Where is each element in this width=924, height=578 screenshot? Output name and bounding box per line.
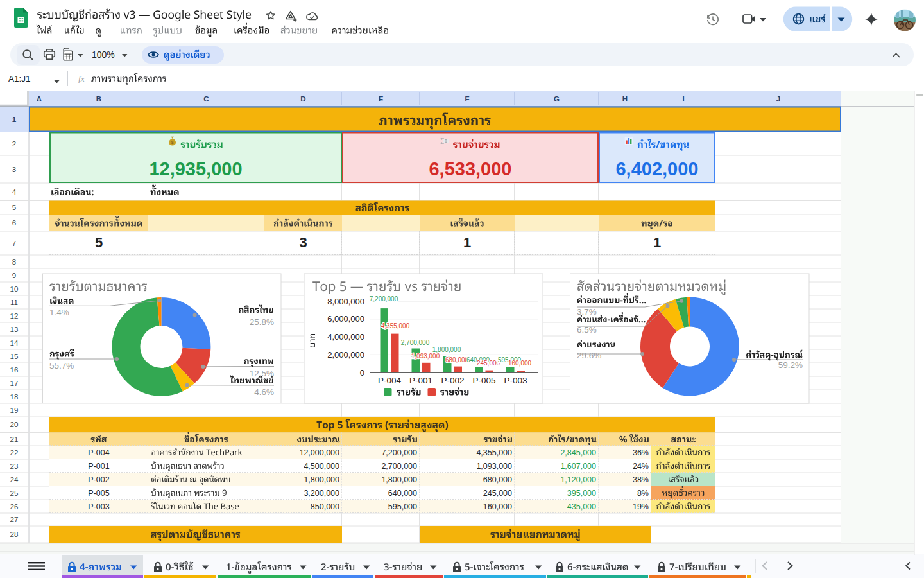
svg-text:21: 21 xyxy=(10,435,19,443)
svg-text:12: 12 xyxy=(10,312,19,320)
svg-text:F: F xyxy=(465,95,469,103)
svg-text:7,200,000: 7,200,000 xyxy=(381,448,417,457)
svg-text:P-001: P-001 xyxy=(88,462,109,471)
svg-text:395,000: 395,000 xyxy=(567,489,596,498)
svg-text:P-003: P-003 xyxy=(504,376,527,385)
svg-text:36%: 36% xyxy=(633,448,649,457)
svg-text:19: 19 xyxy=(10,407,19,414)
svg-text:1,800,000: 1,800,000 xyxy=(432,346,461,353)
svg-text:I: I xyxy=(682,95,684,103)
svg-text:1: 1 xyxy=(653,234,661,250)
svg-text:16: 16 xyxy=(10,366,19,374)
svg-text:B: B xyxy=(96,95,101,103)
svg-text:0: 0 xyxy=(360,368,364,378)
svg-text:23: 23 xyxy=(10,462,19,470)
svg-text:850,000: 850,000 xyxy=(311,502,339,511)
svg-text:28: 28 xyxy=(10,530,19,538)
svg-text:1,093,000: 1,093,000 xyxy=(476,462,512,471)
svg-text:18: 18 xyxy=(10,393,19,401)
svg-text:D: D xyxy=(300,95,305,103)
svg-text:59.2%: 59.2% xyxy=(778,360,803,370)
svg-text:11: 11 xyxy=(10,299,18,306)
svg-text:245,000: 245,000 xyxy=(477,360,501,367)
svg-text:P-005: P-005 xyxy=(88,489,109,498)
svg-text:640,000: 640,000 xyxy=(388,489,417,498)
svg-text:E: E xyxy=(379,95,384,103)
svg-text:P-003: P-003 xyxy=(88,502,109,511)
svg-text:25: 25 xyxy=(10,489,19,497)
svg-text:1,800,000: 1,800,000 xyxy=(304,475,339,484)
svg-text:2: 2 xyxy=(12,140,16,148)
svg-text:G: G xyxy=(554,95,560,103)
svg-text:4,355,000: 4,355,000 xyxy=(476,448,512,457)
svg-text:4,355,000: 4,355,000 xyxy=(381,322,410,329)
svg-text:P-001: P-001 xyxy=(409,376,432,385)
svg-text:8: 8 xyxy=(12,258,16,266)
svg-text:4: 4 xyxy=(12,188,17,196)
svg-text:8%: 8% xyxy=(637,489,649,498)
svg-text:435,000: 435,000 xyxy=(567,502,596,511)
svg-text:9: 9 xyxy=(12,272,16,279)
svg-text:4,500,000: 4,500,000 xyxy=(304,462,339,471)
svg-text:P-004: P-004 xyxy=(378,376,402,385)
svg-text:22: 22 xyxy=(10,449,19,457)
svg-text:A1:J1: A1:J1 xyxy=(8,74,31,83)
svg-text:2,845,000: 2,845,000 xyxy=(560,448,596,457)
svg-text:P-004: P-004 xyxy=(88,448,109,457)
svg-text:6,533,000: 6,533,000 xyxy=(429,159,511,179)
svg-text:20: 20 xyxy=(10,421,19,428)
svg-text:160,000: 160,000 xyxy=(483,502,512,511)
svg-text:1,607,000: 1,607,000 xyxy=(560,462,596,471)
svg-text:17: 17 xyxy=(10,380,19,387)
svg-text:fx: fx xyxy=(78,74,85,83)
svg-text:29.6%: 29.6% xyxy=(577,351,601,360)
svg-text:595,000: 595,000 xyxy=(388,502,417,511)
svg-text:3.7%: 3.7% xyxy=(577,307,597,317)
svg-text:1,093,000: 1,093,000 xyxy=(411,353,440,360)
svg-text:55.7%: 55.7% xyxy=(49,361,74,371)
svg-text:4.6%: 4.6% xyxy=(254,387,274,397)
svg-text:8,000,000: 8,000,000 xyxy=(327,297,364,306)
svg-text:24: 24 xyxy=(10,476,19,484)
svg-text:1: 1 xyxy=(12,116,17,123)
svg-text:1: 1 xyxy=(463,234,471,250)
svg-text:680,000: 680,000 xyxy=(483,475,512,484)
svg-text:5: 5 xyxy=(95,234,103,250)
svg-text:245,000: 245,000 xyxy=(483,489,512,498)
svg-text:A: A xyxy=(37,95,42,103)
svg-text:J: J xyxy=(776,95,780,103)
svg-text:$: $ xyxy=(171,140,174,145)
svg-text:7,200,000: 7,200,000 xyxy=(370,295,398,302)
svg-text:1.4%: 1.4% xyxy=(49,308,69,317)
svg-text:7: 7 xyxy=(12,240,16,247)
svg-text:2,700,000: 2,700,000 xyxy=(381,462,417,471)
svg-text:1,800,000: 1,800,000 xyxy=(381,475,417,484)
svg-text:3,200,000: 3,200,000 xyxy=(304,489,339,498)
svg-text:27: 27 xyxy=(10,516,19,523)
svg-text:26: 26 xyxy=(10,503,19,511)
svg-text:1,120,000: 1,120,000 xyxy=(560,475,596,484)
svg-text:14: 14 xyxy=(10,339,19,347)
svg-text:38%: 38% xyxy=(633,475,649,484)
svg-text:6.5%: 6.5% xyxy=(577,325,597,335)
svg-text:4,000,000: 4,000,000 xyxy=(327,332,364,342)
svg-text:P-002: P-002 xyxy=(88,475,109,484)
svg-text:6,402,000: 6,402,000 xyxy=(615,159,698,179)
svg-text:C: C xyxy=(203,95,209,103)
svg-text:3: 3 xyxy=(12,166,16,173)
svg-text:2,000,000: 2,000,000 xyxy=(327,350,364,360)
svg-text:25.8%: 25.8% xyxy=(250,317,274,327)
svg-text:680,000: 680,000 xyxy=(445,356,469,363)
svg-text:10: 10 xyxy=(10,285,19,293)
svg-text:24%: 24% xyxy=(633,462,649,471)
svg-text:13: 13 xyxy=(10,326,19,333)
svg-text:H: H xyxy=(622,95,628,103)
svg-text:5: 5 xyxy=(12,204,16,211)
svg-text:2,700,000: 2,700,000 xyxy=(401,339,430,346)
svg-text:15: 15 xyxy=(10,353,19,360)
svg-text:P-002: P-002 xyxy=(441,376,464,385)
svg-text:160,000: 160,000 xyxy=(508,360,532,367)
svg-text:12,000,000: 12,000,000 xyxy=(299,448,339,457)
svg-text:6: 6 xyxy=(12,219,16,227)
svg-text:19%: 19% xyxy=(633,502,649,511)
